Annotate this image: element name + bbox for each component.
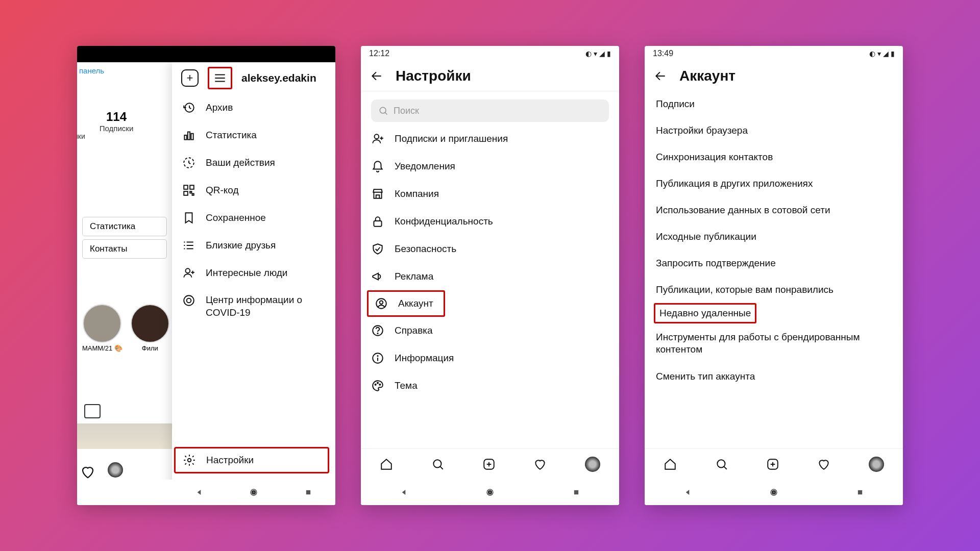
back-arrow-icon[interactable] — [370, 69, 383, 83]
account-items: Подписи Настройки браузера Синхронизация… — [645, 91, 903, 448]
partial-label: ики — [77, 132, 85, 140]
drawer-menu: Архив Статистика Ваши действия QR-код Со… — [172, 94, 335, 444]
tab-activity-icon[interactable] — [817, 458, 830, 471]
item-verify[interactable]: Запросить подтверждение — [645, 250, 903, 277]
info-circle-icon — [182, 294, 195, 307]
info-icon — [371, 352, 384, 365]
story-1[interactable] — [83, 304, 121, 343]
item-switch-type[interactable]: Сменить тип аккаунта — [645, 363, 903, 390]
item-business[interactable]: Компания — [361, 180, 619, 208]
item-help[interactable]: Справка — [361, 317, 619, 344]
shield-icon — [371, 242, 384, 256]
tab-home-icon[interactable] — [380, 458, 393, 471]
item-notifications[interactable]: Уведомления — [361, 153, 619, 180]
item-theme[interactable]: Тема — [361, 372, 619, 399]
item-original[interactable]: Исходные публикации — [645, 223, 903, 250]
item-branded[interactable]: Инструменты для работы с брендированным … — [645, 323, 903, 363]
tab-add-icon[interactable] — [766, 458, 779, 471]
nav-recent-icon[interactable] — [570, 487, 583, 497]
nav-recent-icon[interactable] — [853, 487, 867, 497]
person-add-icon — [182, 266, 195, 280]
item-privacy[interactable]: Конфиденциальность — [361, 208, 619, 235]
tab-avatar[interactable] — [869, 457, 884, 472]
list-icon — [182, 239, 195, 252]
following-label: Подписки — [100, 124, 134, 133]
item-liked[interactable]: Публикации, которые вам понравились — [645, 277, 903, 303]
android-navbar — [361, 480, 619, 505]
menu-settings[interactable]: Настройки — [176, 448, 328, 472]
tab-activity-icon[interactable] — [533, 458, 547, 471]
menu-activity[interactable]: Ваши действия — [172, 149, 335, 177]
bars-icon — [182, 129, 195, 142]
qr-icon — [182, 184, 195, 197]
search-placeholder: Поиск — [394, 106, 419, 116]
settings-header: Настройки — [361, 61, 619, 91]
add-post-button[interactable]: + — [181, 69, 199, 87]
search-icon — [378, 106, 388, 116]
item-browser[interactable]: Настройки браузера — [645, 117, 903, 144]
phone-profile-drawer: панель ики 114 Подписки Статистика Конта… — [77, 46, 335, 505]
menu-saved[interactable]: Сохраненное — [172, 204, 335, 232]
story-2[interactable] — [131, 304, 169, 343]
menu-covid[interactable]: Центр информации о COVID-19 — [172, 287, 335, 326]
status-bar: 13:49 ◐ ▾ ◢ ▮ — [645, 46, 903, 61]
avatar[interactable] — [108, 462, 123, 478]
menu-close-friends[interactable]: Близкие друзья — [172, 232, 335, 259]
nav-home-icon[interactable] — [483, 487, 497, 497]
item-recently-deleted[interactable]: Недавно удаленные — [659, 308, 751, 318]
tab-bar — [361, 448, 619, 480]
nav-home-icon[interactable] — [247, 487, 260, 497]
item-contacts-sync[interactable]: Синхронизация контактов — [645, 144, 903, 170]
menu-stats[interactable]: Статистика — [172, 121, 335, 149]
item-share-other[interactable]: Публикация в других приложениях — [645, 170, 903, 197]
item-follow-invite[interactable]: Подписки и приглашения — [361, 125, 619, 153]
heart-icon[interactable] — [80, 464, 95, 480]
menu-discover[interactable]: Интересные люди — [172, 259, 335, 287]
tab-avatar[interactable] — [585, 457, 600, 472]
tab-search-icon[interactable] — [715, 458, 728, 471]
tab-add-icon[interactable] — [482, 458, 496, 471]
store-icon — [371, 187, 384, 201]
nav-home-icon[interactable] — [767, 487, 780, 497]
back-arrow-icon[interactable] — [654, 69, 667, 83]
history-icon — [182, 156, 195, 169]
nav-back-icon[interactable] — [192, 487, 206, 497]
help-icon — [371, 324, 384, 337]
menu-archive[interactable]: Архив — [172, 94, 335, 121]
contacts-button[interactable]: Контакты — [82, 239, 167, 259]
nav-recent-icon[interactable] — [302, 487, 315, 497]
tab-search-icon[interactable] — [431, 458, 445, 471]
search-input[interactable]: Поиск — [371, 99, 609, 122]
item-account[interactable]: Аккаунт — [369, 292, 439, 315]
clock-icon — [182, 101, 195, 114]
nav-back-icon[interactable] — [397, 487, 410, 497]
username: aleksey.edakin — [241, 72, 316, 84]
item-about[interactable]: Информация — [361, 344, 619, 372]
person-add-icon — [371, 132, 384, 145]
tab-home-icon[interactable] — [664, 458, 677, 471]
hamburger-highlight — [208, 67, 232, 89]
account-header: Аккаунт — [645, 61, 903, 91]
menu-qr[interactable]: QR-код — [172, 177, 335, 204]
stats-button[interactable]: Статистика — [82, 217, 167, 236]
panel-link[interactable]: панель — [77, 62, 172, 79]
phone-account: 13:49 ◐ ▾ ◢ ▮ Аккаунт Подписи Настройки … — [645, 46, 903, 505]
tagged-tab-icon[interactable] — [84, 404, 101, 418]
lock-icon — [371, 215, 384, 228]
item-captions[interactable]: Подписи — [645, 91, 903, 117]
status-icons: ◐ ▾ ◢ ▮ — [585, 49, 611, 58]
hamburger-icon[interactable] — [213, 71, 227, 85]
gear-icon — [183, 454, 196, 467]
account-highlight: Аккаунт — [367, 290, 445, 317]
android-navbar — [172, 480, 335, 505]
megaphone-icon — [371, 270, 384, 283]
bookmark-icon — [182, 211, 195, 224]
nav-back-icon[interactable] — [681, 487, 694, 497]
hamburger-drawer: + aleksey.edakin Архив Статистика Ваши д… — [172, 62, 335, 505]
bell-icon — [371, 160, 384, 173]
settings-highlight: Настройки — [174, 447, 329, 473]
item-security[interactable]: Безопасность — [361, 235, 619, 263]
item-cellular[interactable]: Использование данных в сотовой сети — [645, 197, 903, 223]
item-ads[interactable]: Реклама — [361, 263, 619, 290]
status-time: 12:12 — [369, 49, 389, 58]
